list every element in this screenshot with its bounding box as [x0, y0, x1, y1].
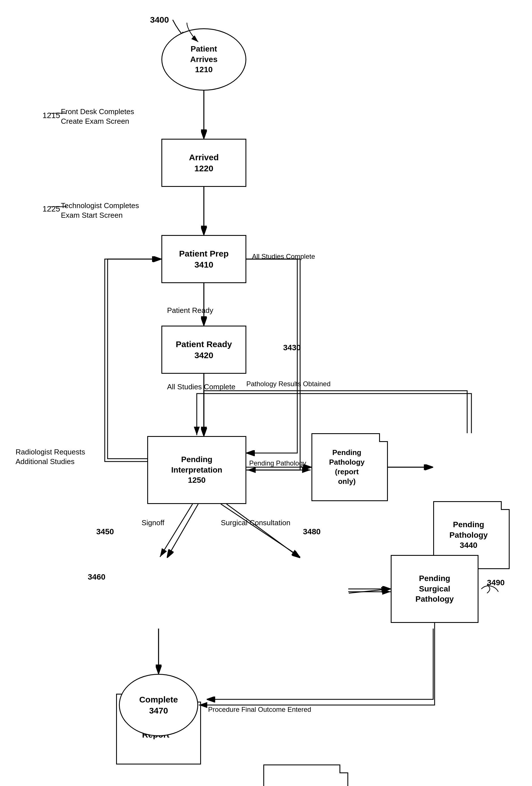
ref-3460: 3460	[88, 572, 105, 582]
svg-line-31	[160, 504, 192, 557]
all-studies-complete-2: All Studies Complete	[167, 382, 235, 392]
pending-pathology-3440-label: Pending Pathology 3440	[449, 519, 493, 550]
procedure-report-right-node: Procedure Report	[263, 764, 348, 786]
svg-line-7	[167, 504, 198, 558]
svg-line-32	[221, 504, 300, 557]
arrived-label: Arrived 1220	[189, 152, 218, 174]
pending-interpretation-node: Pending Interpretation 1250	[147, 436, 246, 504]
all-studies-complete-1: All Studies Complete	[252, 252, 315, 261]
pending-pathology-report-node: Pending Pathology (report only)	[311, 433, 388, 501]
radiologist-requests-label: Radiologist Requests Additional Studies	[16, 447, 106, 467]
complete-node: Complete 3470	[119, 674, 198, 736]
ref-1215: 1215	[43, 110, 60, 121]
ref-3430: 3430	[283, 343, 301, 353]
ref-3450: 3450	[96, 527, 114, 537]
pending-pathology-report-label: Pending Pathology (report only)	[329, 448, 370, 486]
ref-3400: 3400	[150, 14, 169, 25]
pending-surgical-pathology-node: Pending Surgical Pathology	[391, 555, 479, 623]
pending-interpretation-label: Pending Interpretation 1250	[171, 455, 222, 485]
patient-prep-node: Patient Prep 3410	[161, 235, 246, 283]
front-desk-label: Front Desk Completes Create Exam Screen	[61, 107, 134, 126]
tech-label: Technologist Completes Exam Start Screen	[61, 201, 139, 220]
patient-prep-label: Patient Prep 3410	[179, 248, 229, 270]
arrived-node: Arrived 1220	[161, 139, 246, 187]
signoff-label: Signoff	[142, 518, 164, 528]
complete-label: Complete 3470	[139, 694, 178, 716]
ref-3490: 3490	[487, 578, 505, 588]
svg-line-8	[227, 504, 300, 558]
patient-ready-label: Patient Ready 3420	[176, 339, 232, 361]
svg-line-34	[349, 589, 390, 593]
procedure-final-label: Procedure Final Outcome Entered	[208, 705, 311, 714]
diagram-container: 3400 Patient Arrives 1210 1215 Front Des…	[0, 0, 532, 786]
patient-ready-arrow-label: Patient Ready	[167, 306, 213, 316]
pathology-results-label: Pathology Results Obtained	[246, 379, 331, 388]
pending-surgical-pathology-label: Pending Surgical Pathology	[415, 573, 454, 604]
patient-arrives-label: Patient Arrives 1210	[190, 44, 218, 75]
ref-1225: 1225	[43, 204, 60, 214]
ref-3480: 3480	[303, 527, 321, 537]
patient-ready-node: Patient Ready 3420	[161, 326, 246, 374]
pending-pathology-arrow-label: Pending Pathology	[249, 459, 306, 467]
patient-arrives-node: Patient Arrives 1210	[161, 28, 246, 91]
surgical-consultation-label: Surgical Consultation	[221, 518, 291, 528]
